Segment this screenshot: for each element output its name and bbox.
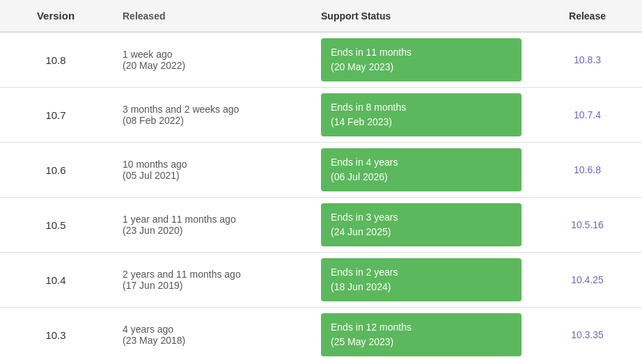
cell-release-link: 10.5.16 [533, 198, 642, 253]
release-version-link[interactable]: 10.7.4 [574, 109, 601, 120]
release-version-link[interactable]: 10.3.35 [571, 329, 604, 340]
cell-version: 10.6 [0, 143, 111, 198]
cell-release-link: 10.7.4 [533, 88, 642, 143]
support-status-badge: Ends in 11 months(20 May 2023) [321, 38, 522, 81]
version-table: Version Released Support Status Release … [0, 0, 642, 362]
table-row: 10.73 months and 2 weeks ago(08 Feb 2022… [0, 88, 642, 143]
column-header-released: Released [111, 0, 310, 32]
table-row: 10.34 years ago(23 May 2018)Ends in 12 m… [0, 308, 642, 363]
support-status-badge: Ends in 12 months(25 May 2023) [321, 313, 522, 356]
cell-version: 10.8 [0, 32, 111, 88]
table-header-row: Version Released Support Status Release [0, 0, 642, 32]
cell-support-status: Ends in 12 months(25 May 2023) [310, 308, 533, 363]
cell-release-link: 10.6.8 [533, 143, 642, 198]
table-row: 10.51 year and 11 months ago(23 Jun 2020… [0, 198, 642, 253]
release-version-link[interactable]: 10.6.8 [574, 164, 601, 175]
support-status-badge: Ends in 8 months(14 Feb 2023) [321, 93, 522, 136]
table-row: 10.610 months ago(05 Jul 2021)Ends in 4 … [0, 143, 642, 198]
cell-support-status: Ends in 8 months(14 Feb 2023) [310, 88, 533, 143]
release-version-link[interactable]: 10.4.25 [571, 274, 604, 285]
cell-support-status: Ends in 4 years(06 Jul 2026) [310, 143, 533, 198]
table-row: 10.42 years and 11 months ago(17 Jun 201… [0, 253, 642, 308]
cell-released: 1 year and 11 months ago(23 Jun 2020) [111, 198, 310, 253]
column-header-version: Version [0, 0, 111, 32]
cell-support-status: Ends in 3 years(24 Jun 2025) [310, 198, 533, 253]
support-status-badge: Ends in 4 years(06 Jul 2026) [321, 148, 522, 191]
support-status-badge: Ends in 3 years(24 Jun 2025) [321, 203, 522, 246]
cell-version: 10.7 [0, 88, 111, 143]
cell-version: 10.5 [0, 198, 111, 253]
column-header-support-status: Support Status [310, 0, 533, 32]
cell-release-link: 10.4.25 [533, 253, 642, 308]
column-header-release: Release [533, 0, 642, 32]
support-status-badge: Ends in 2 years(18 Jun 2024) [321, 258, 522, 301]
cell-release-link: 10.3.35 [533, 308, 642, 363]
cell-support-status: Ends in 2 years(18 Jun 2024) [310, 253, 533, 308]
version-table-container: Version Released Support Status Release … [0, 0, 642, 362]
cell-released: 2 years and 11 months ago(17 Jun 2019) [111, 253, 310, 308]
cell-released: 4 years ago(23 May 2018) [111, 308, 310, 363]
table-row: 10.81 week ago(20 May 2022)Ends in 11 mo… [0, 32, 642, 88]
release-version-link[interactable]: 10.8.3 [574, 54, 601, 65]
cell-released: 3 months and 2 weeks ago(08 Feb 2022) [111, 88, 310, 143]
cell-support-status: Ends in 11 months(20 May 2023) [310, 32, 533, 88]
cell-released: 10 months ago(05 Jul 2021) [111, 143, 310, 198]
cell-version: 10.4 [0, 253, 111, 308]
cell-released: 1 week ago(20 May 2022) [111, 32, 310, 88]
cell-version: 10.3 [0, 308, 111, 363]
release-version-link[interactable]: 10.5.16 [571, 219, 604, 230]
cell-release-link: 10.8.3 [533, 32, 642, 88]
